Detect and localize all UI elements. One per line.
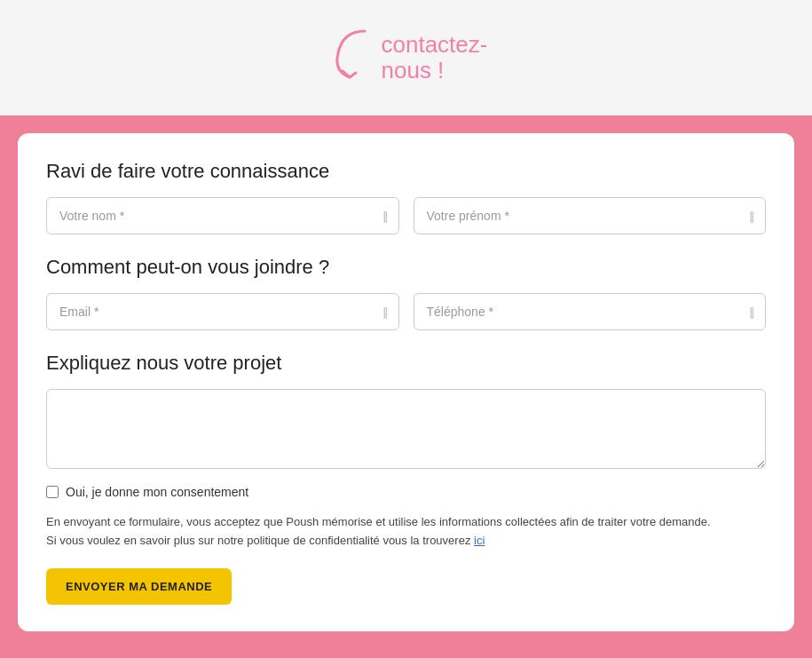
logo-container: contactez- nous ! bbox=[325, 22, 488, 93]
logo-arrow bbox=[325, 22, 378, 93]
email-input[interactable] bbox=[46, 293, 399, 330]
consent-label[interactable]: Oui, je donne mon consentement bbox=[66, 485, 248, 499]
nom-input[interactable] bbox=[46, 197, 399, 234]
email-group: ‖ bbox=[46, 293, 399, 330]
legal-text-2: Si vous voulez en savoir plus sur notre … bbox=[46, 534, 474, 547]
name-row: ‖ ‖ bbox=[46, 197, 766, 234]
project-textarea[interactable] bbox=[46, 389, 766, 469]
header: contactez- nous ! bbox=[0, 0, 812, 115]
consent-row: Oui, je donne mon consentement bbox=[46, 485, 766, 499]
legal-block: En envoyant ce formulaire, vous acceptez… bbox=[46, 513, 766, 551]
logo-line1: contactez- bbox=[382, 32, 488, 58]
submit-button[interactable]: ENVOYER MA DEMANDE bbox=[46, 568, 232, 605]
contact-row: ‖ ‖ bbox=[46, 293, 766, 330]
prenom-input[interactable] bbox=[414, 197, 767, 234]
consent-checkbox[interactable] bbox=[46, 486, 59, 498]
logo-line2: nous ! bbox=[382, 58, 488, 83]
logo-text: contactez- nous ! bbox=[382, 32, 488, 83]
nom-group: ‖ bbox=[46, 197, 399, 234]
pink-section: Ravi de faire votre connaissance ‖ ‖ Com… bbox=[0, 115, 812, 658]
section-name: Ravi de faire votre connaissance ‖ ‖ bbox=[46, 160, 766, 234]
section-project-title: Expliquez nous votre projet bbox=[46, 352, 766, 375]
legal-text-1: En envoyant ce formulaire, vous acceptez… bbox=[46, 515, 711, 528]
telephone-input[interactable] bbox=[414, 293, 767, 330]
contact-card: Ravi de faire votre connaissance ‖ ‖ Com… bbox=[18, 133, 794, 631]
section-name-title: Ravi de faire votre connaissance bbox=[46, 160, 766, 183]
telephone-group: ‖ bbox=[414, 293, 767, 330]
section-contact-title: Comment peut-on vous joindre ? bbox=[46, 256, 766, 279]
legal-link[interactable]: ici bbox=[474, 534, 485, 547]
prenom-group: ‖ bbox=[414, 197, 767, 234]
section-project: Expliquez nous votre projet bbox=[46, 352, 766, 472]
section-contact: Comment peut-on vous joindre ? ‖ ‖ bbox=[46, 256, 766, 330]
